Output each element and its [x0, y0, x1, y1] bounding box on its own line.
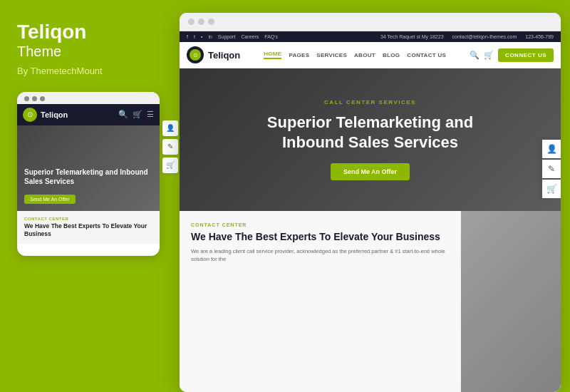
mobile-header: ⊙ Teliqon 🔍 🛒 ☰ — [17, 104, 160, 125]
nav-pages[interactable]: PAGES — [289, 52, 309, 58]
faq-link[interactable]: FAQ's — [264, 34, 278, 39]
desktop-logo-icon: ⊙ — [187, 46, 204, 63]
mobile-menu-icon[interactable]: ☰ — [147, 110, 154, 119]
mobile-contact-label: CONTACT CENTER — [24, 217, 152, 221]
topbar-email: contact@teliqon-themes.com — [452, 34, 517, 39]
desktop-cart-icon[interactable]: 🛒 — [484, 51, 494, 60]
mobile-header-icons: 🔍 🛒 ☰ — [118, 110, 154, 119]
mobile-logo-area: ⊙ Teliqon — [23, 108, 68, 122]
mobile-hero-text: Superior Telemarketing and Inbound Sales… — [24, 167, 152, 187]
desktop-main-nav: ⊙ Teliqon HOME PAGES SERVICES ABOUT BLOG… — [180, 42, 561, 68]
support-link[interactable]: Support — [218, 34, 236, 39]
desktop-hero-title: Superior Telemarketing andInbound Sales … — [267, 113, 473, 152]
mobile-hero-content: Superior Telemarketing and Inbound Sales… — [24, 167, 152, 204]
content-title: We Have The Best Experts To Elevate Your… — [191, 230, 449, 243]
mobile-side-edit-icon[interactable]: ✎ — [162, 139, 178, 155]
mobile-side-cart-icon[interactable]: 🛒 — [162, 158, 178, 173]
content-label: CONTACT CENTER — [191, 222, 449, 227]
nav-blog[interactable]: BLOG — [383, 52, 400, 58]
nav-about[interactable]: ABOUT — [354, 52, 375, 58]
desktop-topbar-contact: 34 Tech Raquel st My 18223 contact@teliq… — [380, 34, 554, 39]
desktop-topbar: f t ▪ in Support Careers FAQ's 34 Tech R… — [180, 31, 561, 42]
mobile-hero: Superior Telemarketing and Inbound Sales… — [17, 125, 160, 211]
content-desc: We are a leading client call service pro… — [191, 247, 449, 264]
topbar-address: 34 Tech Raquel st My 18223 — [380, 34, 444, 39]
desktop-logo: ⊙ Teliqon — [187, 46, 240, 63]
desktop-nav-links: HOME PAGES SERVICES ABOUT BLOG CONTACT U… — [264, 51, 446, 59]
desktop-hero-content: CALL CENTER SERVICES Superior Telemarket… — [180, 68, 561, 211]
nav-services[interactable]: SERVICES — [316, 52, 347, 58]
desktop-search-icon[interactable]: 🔍 — [470, 51, 480, 60]
desktop-hero-button[interactable]: Send Me An Offer — [331, 163, 410, 180]
mobile-contact-title: We Have The Best Experts To Elevate Your… — [24, 222, 152, 238]
desktop-social-links: f t ▪ in Support Careers FAQ's — [187, 34, 278, 39]
desktop-connect-button[interactable]: CONNECT US — [498, 48, 554, 62]
desktop-content-right-overlay — [461, 211, 561, 392]
topbar-phone: 123-456-789 — [525, 34, 554, 39]
desktop-content-right-image — [461, 211, 561, 392]
mobile-search-icon[interactable]: 🔍 — [118, 110, 128, 119]
mobile-logo-icon: ⊙ — [23, 108, 37, 122]
mobile-cart-icon[interactable]: 🛒 — [133, 110, 142, 119]
careers-link[interactable]: Careers — [241, 34, 259, 39]
mobile-side-user-icon[interactable]: 👤 — [162, 120, 178, 136]
brand-title: Teliqon Theme By ThemetechMount — [17, 21, 154, 76]
facebook-link[interactable]: f — [187, 34, 188, 39]
desktop-content-section: CONTACT CENTER We Have The Best Experts … — [180, 211, 561, 392]
mobile-logo-text: Teliqon — [41, 110, 68, 119]
desktop-dots — [180, 13, 561, 31]
mobile-dots — [17, 92, 160, 104]
nav-home[interactable]: HOME — [264, 51, 281, 59]
social-link-3[interactable]: ▪ — [201, 34, 202, 39]
mobile-hero-button[interactable]: Send Me An Offer — [24, 195, 76, 204]
desktop-hero-label: CALL CENTER SERVICES — [324, 99, 416, 105]
mobile-mockup: ⊙ Teliqon 🔍 🛒 ☰ Superior Telemarketing a… — [17, 92, 160, 256]
nav-contact[interactable]: CONTACT US — [407, 52, 446, 58]
mobile-bottom: CONTACT CENTER We Have The Best Experts … — [17, 211, 160, 244]
twitter-link[interactable]: t — [194, 34, 195, 39]
mobile-side-icons: 👤 ✎ 🛒 — [162, 120, 178, 173]
desktop-logo-text: Teliqon — [208, 50, 240, 61]
desktop-logo-inner: ⊙ — [190, 49, 201, 61]
desktop-nav-icons: 🔍 🛒 CONNECT US — [470, 48, 554, 62]
desktop-hero: CALL CENTER SERVICES Superior Telemarket… — [180, 68, 561, 211]
linkedin-link[interactable]: in — [208, 34, 212, 39]
desktop-mockup: f t ▪ in Support Careers FAQ's 34 Tech R… — [180, 13, 561, 392]
left-panel: Teliqon Theme By ThemetechMount ⊙ Teliqo… — [0, 0, 171, 392]
desktop-content-left: CONTACT CENTER We Have The Best Experts … — [180, 211, 461, 392]
